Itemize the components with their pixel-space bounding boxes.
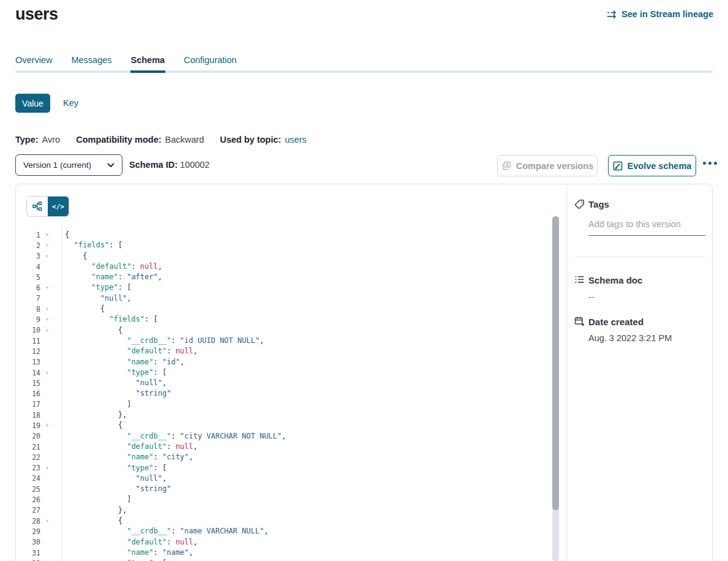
schema-tree-icon	[32, 201, 42, 211]
line-number: 28	[16, 517, 40, 525]
tab-schema[interactable]: Schema	[131, 55, 165, 66]
code-text: "null",	[51, 378, 167, 388]
fold-toggle-icon[interactable]: ▾	[43, 516, 51, 526]
line-number: 18	[16, 411, 40, 420]
fold-toggle-icon[interactable]: ▾	[43, 251, 51, 262]
line-number: 26	[16, 495, 40, 504]
edit-square-icon	[613, 161, 623, 171]
date-created-heading: Date created	[588, 317, 644, 327]
line-number: 19	[16, 421, 40, 430]
more-options-button[interactable]	[703, 162, 717, 165]
tab-overview[interactable]: Overview	[15, 55, 52, 66]
code-text: },	[51, 410, 127, 420]
fold-toggle-icon[interactable]: ▾	[43, 367, 51, 378]
copy-pages-icon	[501, 161, 511, 171]
line-number: 2	[16, 241, 40, 250]
code-line: 14▾ "type": [	[16, 367, 555, 378]
line-number: 5	[16, 273, 40, 282]
code-line: 21 "default": null,	[16, 442, 555, 452]
code-line: 22 "name": "city",	[16, 452, 555, 462]
code-line: 9▾ "fields": [	[16, 314, 555, 325]
line-number: 13	[16, 358, 40, 366]
editor-scrollbar-thumb[interactable]	[552, 216, 559, 510]
page-title: users	[15, 5, 58, 24]
tab-messages[interactable]: Messages	[71, 55, 111, 66]
code-text: "name": "after",	[51, 272, 162, 282]
code-text: },	[51, 505, 127, 516]
code-text: {	[51, 420, 122, 431]
code-text: "type": [	[51, 558, 167, 561]
line-number: 15	[16, 379, 40, 388]
schema-id: Schema ID: 100002	[129, 160, 209, 170]
fold-toggle-icon[interactable]: ▾	[43, 463, 51, 473]
fold-toggle-icon[interactable]: ▾	[43, 325, 51, 336]
code-text: "type": [	[51, 367, 167, 378]
fold-toggle-icon[interactable]: ▾	[43, 240, 51, 250]
version-selected-value: Version 1 (current)	[23, 160, 91, 170]
calendar-plus-icon	[574, 316, 585, 326]
ellipsis-icon	[714, 162, 717, 165]
code-view-button[interactable]: </>	[48, 197, 69, 216]
schema-code-editor[interactable]: 1▾{2▾ "fields": [3▾ {4 "default": null,5…	[16, 230, 555, 561]
line-number: 20	[16, 432, 40, 440]
fold-toggle-icon[interactable]: ▾	[43, 230, 51, 240]
fold-toggle-icon[interactable]: ▾	[43, 282, 51, 293]
line-number: 7	[16, 294, 40, 303]
editor-scrollbar-track	[552, 216, 559, 561]
version-select[interactable]: Version 1 (current)	[15, 154, 122, 176]
line-number: 12	[16, 347, 40, 356]
code-line: 3▾ {	[16, 251, 555, 262]
line-number: 29	[16, 527, 40, 536]
code-line: 23▾ "type": [	[16, 463, 555, 473]
schema-doc-heading: Schema doc	[588, 275, 642, 285]
code-line: 10▾ {	[16, 325, 555, 336]
code-text: ]	[51, 494, 131, 505]
code-line: 2▾ "fields": [	[16, 240, 555, 250]
used-by-topic-label: Used by topic:	[220, 135, 281, 145]
code-text: "name": "city",	[51, 452, 193, 462]
chevron-down-icon	[107, 163, 114, 168]
line-number: 1	[16, 231, 40, 239]
code-line: 6▾ "type": [	[16, 282, 555, 293]
line-number: 24	[16, 474, 40, 483]
tag-icon	[574, 199, 585, 209]
code-line: 15 "null",	[16, 378, 555, 388]
key-toggle-link[interactable]: Key	[63, 98, 78, 108]
fold-toggle-icon[interactable]: ▾	[43, 314, 51, 325]
code-text: "fields": [	[51, 314, 158, 325]
see-in-stream-lineage-link[interactable]: See in Stream lineage	[607, 9, 713, 19]
line-number: 30	[16, 538, 40, 546]
line-number: 11	[16, 337, 40, 345]
schema-id-value: 100002	[180, 160, 209, 170]
tree-view-button[interactable]	[27, 197, 48, 216]
value-toggle-button[interactable]: Value	[15, 94, 50, 113]
line-number: 8	[16, 305, 40, 314]
code-text: ]	[51, 399, 131, 410]
line-number: 31	[16, 549, 40, 557]
schema-page: users See in Stream lineage Overview Mes…	[0, 0, 728, 561]
code-text: {	[51, 230, 69, 240]
ellipsis-icon	[703, 162, 706, 165]
code-line: 20 "__crdb__": "city VARCHAR NOT NULL",	[16, 431, 555, 442]
code-line: 30 "default": null,	[16, 537, 555, 548]
topic-link[interactable]: users	[285, 135, 306, 145]
line-number: 21	[16, 443, 40, 451]
code-text: "__crdb__": "name VARCHAR NULL",	[51, 526, 268, 537]
code-line: 4 "default": null,	[16, 262, 555, 272]
code-text: "default": null,	[51, 262, 162, 272]
code-text: "string"	[51, 388, 171, 399]
tab-configuration[interactable]: Configuration	[184, 55, 236, 66]
editor-view-toggle: </>	[27, 197, 69, 216]
fold-toggle-icon[interactable]: ▾	[43, 558, 51, 561]
code-line: 8▾ {	[16, 304, 555, 314]
evolve-schema-button[interactable]: Evolve schema	[608, 155, 696, 176]
line-number: 10	[16, 326, 40, 334]
fold-toggle-icon[interactable]: ▾	[43, 304, 51, 314]
fold-toggle-icon[interactable]: ▾	[43, 420, 51, 431]
compare-versions-button[interactable]: Compare versions	[497, 155, 598, 176]
tab-underline-track	[15, 70, 713, 73]
code-text: "__crdb__": "city VARCHAR NOT NULL",	[51, 431, 286, 442]
code-text: "string"	[51, 484, 171, 494]
add-tags-input[interactable]	[588, 218, 705, 236]
code-line: 26 ]	[16, 494, 555, 505]
